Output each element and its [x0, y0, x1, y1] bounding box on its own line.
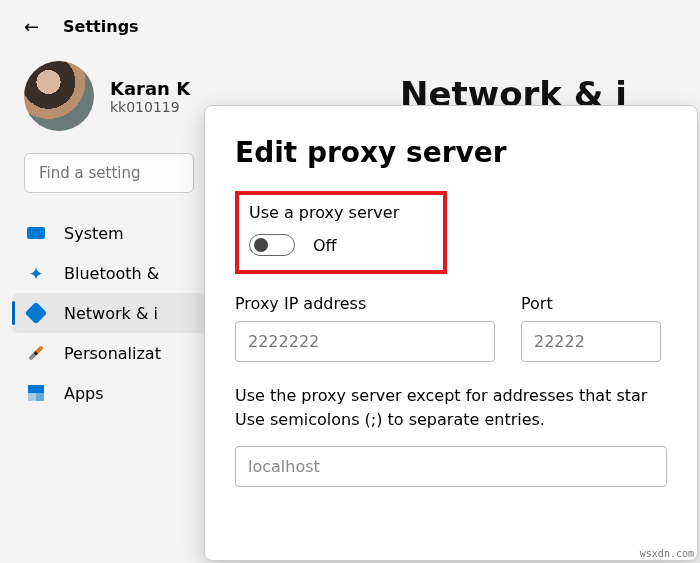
sidebar-item-label: System: [64, 224, 124, 243]
sidebar-item-label: Apps: [64, 384, 104, 403]
help-line1: Use the proxy server except for addresse…: [235, 386, 647, 405]
exceptions-input[interactable]: [235, 446, 667, 487]
header-title: Settings: [63, 17, 139, 36]
toggle-knob-icon: [254, 238, 268, 252]
proxy-fields-row: Proxy IP address Port: [235, 294, 667, 362]
search-input[interactable]: [24, 153, 194, 193]
user-email: kk010119: [110, 99, 190, 115]
wifi-icon: [26, 303, 46, 323]
dialog-title: Edit proxy server: [235, 136, 667, 169]
use-proxy-toggle[interactable]: [249, 234, 295, 256]
user-text: Karan K kk010119: [110, 78, 190, 115]
apps-icon: [26, 383, 46, 403]
highlighted-toggle-section: Use a proxy server Off: [235, 191, 447, 274]
edit-proxy-dialog: Edit proxy server Use a proxy server Off…: [204, 105, 698, 561]
header-bar: ← Settings: [0, 0, 700, 49]
avatar: [24, 61, 94, 131]
watermark: wsxdn.com: [640, 548, 694, 559]
port-field-col: Port: [521, 294, 661, 362]
proxy-ip-input[interactable]: [235, 321, 495, 362]
proxy-port-input[interactable]: [521, 321, 661, 362]
system-icon: [26, 223, 46, 243]
toggle-row: Off: [249, 234, 433, 256]
help-line2: Use semicolons (;) to separate entries.: [235, 410, 545, 429]
ip-label: Proxy IP address: [235, 294, 495, 313]
brush-icon: [26, 343, 46, 363]
sidebar-item-label: Network & i: [64, 304, 158, 323]
user-name: Karan K: [110, 78, 190, 99]
toggle-state-label: Off: [313, 236, 337, 255]
ip-field-col: Proxy IP address: [235, 294, 495, 362]
port-label: Port: [521, 294, 661, 313]
use-proxy-label: Use a proxy server: [249, 203, 433, 222]
sidebar-item-label: Personalizat: [64, 344, 161, 363]
exceptions-help-text: Use the proxy server except for addresse…: [235, 384, 667, 432]
back-arrow-icon[interactable]: ←: [24, 16, 39, 37]
bluetooth-icon: ✦: [26, 263, 46, 283]
sidebar-item-label: Bluetooth &: [64, 264, 159, 283]
